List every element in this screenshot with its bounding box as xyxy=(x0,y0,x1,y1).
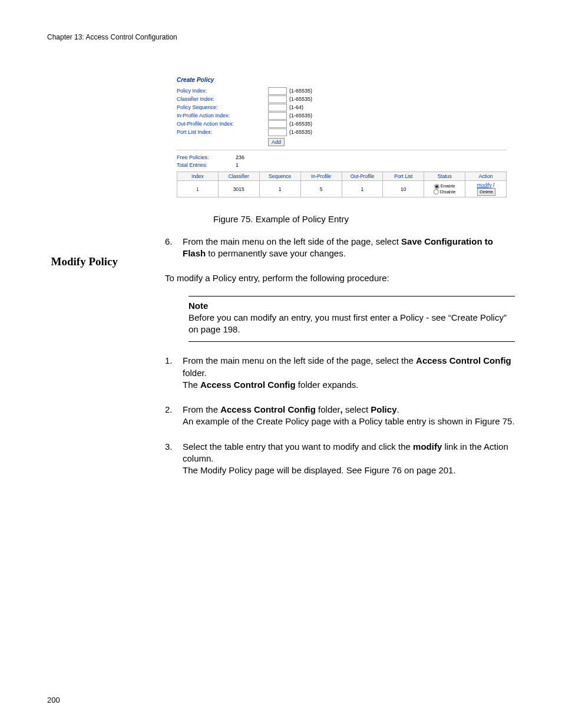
radio-disable[interactable] xyxy=(434,189,439,195)
section-heading-modify-policy: Modify Policy xyxy=(47,255,118,268)
field-classifier-index: Classifier Index: (1-65535) xyxy=(177,95,507,103)
cell-index: 1 xyxy=(177,181,219,197)
step-3: 3. Select the table entry that you want … xyxy=(165,441,515,477)
col-sequence: Sequence xyxy=(259,172,300,181)
cell-classifier: 3015 xyxy=(218,181,259,197)
cell-port-list: 10 xyxy=(383,181,424,197)
page-number: 200 xyxy=(47,696,60,704)
stat-total-entries: Total Entries: 1 xyxy=(177,162,507,169)
note-box: Note Before you can modify an entry, you… xyxy=(189,296,515,342)
out-profile-input[interactable] xyxy=(268,120,287,128)
col-port-list: Port List xyxy=(383,172,424,181)
col-action: Action xyxy=(465,172,507,181)
step-6: 6. From the main menu on the left side o… xyxy=(165,236,515,260)
radio-enable[interactable] xyxy=(434,184,439,189)
cell-action: modify / Delete xyxy=(465,181,507,197)
intro-text: To modify a Policy entry, perform the fo… xyxy=(165,273,515,283)
in-profile-input[interactable] xyxy=(268,112,287,120)
panel-title: Create Policy xyxy=(177,77,507,83)
field-policy-index: Policy Index: (1-65535) xyxy=(177,87,507,95)
cell-in-profile: 5 xyxy=(300,181,342,197)
step-2: 2. From the Access Control Config folder… xyxy=(165,404,515,428)
add-button[interactable]: Add xyxy=(268,138,285,146)
cell-status: Enable Disable xyxy=(424,181,465,197)
note-text: Before you can modify an entry, you must… xyxy=(189,312,515,336)
field-port-list: Port List Index: (1-65535) xyxy=(177,128,507,136)
create-policy-panel: Create Policy Policy Index: (1-65535) Cl… xyxy=(177,77,507,197)
col-classifier: Classifier xyxy=(218,172,259,181)
policy-table: Index Classifier Sequence In-Profile Out… xyxy=(177,172,507,197)
classifier-index-input[interactable] xyxy=(268,95,287,103)
col-status: Status xyxy=(424,172,465,181)
field-out-profile: Out-Profile Action Index: (1-65535) xyxy=(177,120,507,128)
port-list-input[interactable] xyxy=(268,129,287,136)
field-in-profile: In-Profile Action Index: (1-65535) xyxy=(177,111,507,120)
step-1: 1. From the main menu on the left side o… xyxy=(165,355,515,391)
col-out-profile: Out-Profile xyxy=(342,172,383,181)
policy-sequence-input[interactable] xyxy=(268,104,287,111)
note-label: Note xyxy=(189,300,515,312)
policy-index-input[interactable] xyxy=(268,87,287,95)
cell-out-profile: 1 xyxy=(342,181,383,197)
modify-link[interactable]: modify xyxy=(477,182,492,188)
field-policy-sequence: Policy Sequence: (1-64) xyxy=(177,103,507,111)
col-in-profile: In-Profile xyxy=(300,172,342,181)
cell-sequence: 1 xyxy=(259,181,300,197)
chapter-header: Chapter 13: Access Control Configuration xyxy=(47,33,515,41)
delete-button[interactable]: Delete xyxy=(477,188,495,196)
divider xyxy=(177,150,507,150)
figure-caption: Figure 75. Example of Policy Entry xyxy=(47,214,515,224)
stat-free-policies: Free Policies: 236 xyxy=(177,154,507,162)
table-row: 1 3015 1 5 1 10 Enable Disable modify / … xyxy=(177,181,507,197)
col-index: Index xyxy=(177,172,219,181)
